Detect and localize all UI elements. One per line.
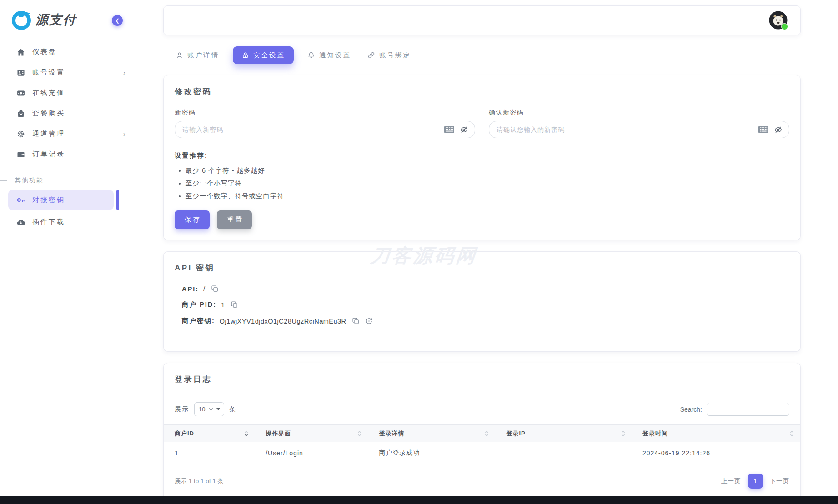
prev-page-button[interactable]: 上一页 (721, 477, 741, 485)
sidebar-item-orders[interactable]: 订单记录 (0, 144, 136, 165)
sidebar-item-account-settings[interactable]: 账号设置 › (0, 62, 136, 83)
api-value: 1 (221, 301, 225, 309)
copy-icon[interactable] (211, 285, 219, 293)
merchant-pid-row: 商户 PID: 1 (182, 300, 789, 309)
account-settings-icon (16, 68, 25, 77)
regenerate-icon[interactable] (365, 317, 373, 325)
api-key-card: API 密钥 API: / 商户 PID: 1 商户密钥: Oj1wjXYV1d… (163, 251, 801, 352)
channel-icon (16, 130, 25, 139)
api-label: 商户 PID: (182, 300, 216, 309)
link-icon (367, 51, 375, 59)
lock-icon (241, 51, 249, 59)
orders-icon (16, 150, 25, 159)
change-password-card: 修改密码 新密码 确认新密码 (163, 75, 801, 240)
tab-account-details[interactable]: 账户详情 (173, 46, 222, 64)
main-content: 账户详情 安全设置 通知设置 账号绑定 修改密码 新密码 (163, 0, 801, 501)
copy-icon[interactable] (352, 317, 360, 325)
tip-item: 至少一个小写字符 (186, 179, 789, 188)
tip-item: 最少 6 个字符 - 越多越好 (186, 166, 789, 175)
logo-text: 源支付 (35, 11, 76, 29)
current-page-button[interactable]: 1 (748, 474, 763, 489)
active-indicator-bar (116, 190, 119, 210)
tab-label: 通知设置 (319, 51, 351, 60)
reset-button[interactable]: 重置 (217, 210, 252, 229)
sidebar-collapse-button[interactable]: ❮ (112, 15, 123, 26)
api-value: / (203, 285, 206, 293)
sort-icons[interactable] (244, 430, 248, 437)
sidebar-item-label: 对接密钥 (32, 196, 65, 205)
api-label: 商户密钥: (182, 317, 215, 325)
eye-off-icon[interactable] (774, 125, 783, 134)
user-icon (176, 51, 183, 59)
copy-icon[interactable] (231, 301, 238, 309)
page-size-value: 10 (198, 406, 205, 413)
api-url-row: API: / (182, 285, 789, 293)
dashboard-icon (16, 48, 25, 57)
search-input[interactable] (707, 403, 789, 416)
sidebar-item-label: 订单记录 (32, 150, 65, 159)
column-header-merchant-id[interactable]: 商户ID (164, 425, 255, 442)
sidebar-section: 其他功能 (0, 176, 136, 185)
field-label: 确认新密码 (489, 109, 789, 117)
sidebar-item-label: 账号设置 (32, 68, 65, 77)
bell-icon (307, 51, 315, 59)
tab-label: 安全设置 (253, 51, 285, 60)
sort-icons[interactable] (621, 430, 625, 437)
cell-time: 2024-06-19 22:14:26 (632, 442, 800, 464)
tip-item: 至少一个数字、符号或空白字符 (186, 192, 789, 200)
online-status-dot (781, 23, 788, 30)
sidebar-item-label: 套餐购买 (32, 109, 65, 118)
sidebar-item-plugin-download[interactable]: 插件下载 (0, 212, 136, 232)
cell-detail: 商户登录成功 (368, 442, 495, 464)
column-header-interface[interactable]: 操作界面 (255, 425, 368, 442)
eye-off-icon[interactable] (460, 125, 468, 134)
column-header-ip[interactable]: 登录IP (495, 425, 632, 442)
dropdown-triangle-icon (216, 408, 220, 410)
save-button[interactable]: 保存 (175, 210, 210, 229)
page-size-select[interactable]: 10 (194, 402, 224, 416)
keyboard-icon[interactable] (758, 126, 768, 133)
next-page-button[interactable]: 下一页 (770, 477, 790, 485)
login-log-table: 商户ID 操作界面 登录详情 (164, 424, 800, 464)
sidebar-item-label: 在线充值 (32, 89, 65, 97)
sidebar-item-channel[interactable]: 通道管理 › (0, 124, 136, 144)
column-header-time[interactable]: 登录时间 (632, 425, 800, 442)
sort-icons[interactable] (357, 430, 361, 437)
keyboard-icon[interactable] (444, 126, 454, 133)
table-controls: 展示 10 条 Search: (164, 393, 800, 424)
new-password-input[interactable] (181, 125, 439, 134)
field-label: 新密码 (175, 109, 475, 117)
new-password-field: 新密码 (175, 109, 475, 138)
sidebar-item-dashboard[interactable]: 仪表盘 (0, 42, 136, 62)
password-tips-list: 最少 6 个字符 - 越多越好 至少一个小写字符 至少一个数字、符号或空白字符 (175, 166, 789, 200)
sidebar-section-label: 其他功能 (15, 176, 44, 185)
cell-path: /User/Login (255, 442, 368, 464)
sidebar-item-package[interactable]: 套餐购买 (0, 103, 136, 124)
avatar[interactable] (769, 11, 788, 30)
unit-label: 条 (229, 405, 236, 414)
sidebar-item-label: 仪表盘 (32, 48, 57, 56)
merchant-secret-row: 商户密钥: Oj1wjXYV1djdxO1jC28UgzRciNamEu3R (182, 317, 789, 325)
sidebar: 源支付 ❮ 仪表盘 账号设置 › 在线充值 套餐购买 (0, 0, 136, 504)
sort-icons[interactable] (485, 430, 489, 437)
plugin-download-icon (16, 218, 25, 227)
pagination: 上一页 1 下一页 (721, 474, 789, 489)
tab-notification-settings[interactable]: 通知设置 (305, 46, 354, 64)
chevron-right-icon: › (123, 130, 125, 138)
card-title: 登录日志 (175, 374, 789, 384)
package-icon (16, 109, 25, 118)
confirm-password-input[interactable] (496, 125, 753, 134)
chevron-right-icon: › (123, 69, 125, 76)
sidebar-item-label: 插件下载 (32, 218, 65, 226)
confirm-password-field: 确认新密码 (489, 109, 789, 138)
tab-account-binding[interactable]: 账号绑定 (365, 46, 414, 64)
tab-security-settings[interactable]: 安全设置 (233, 46, 294, 64)
sidebar-item-recharge[interactable]: 在线充值 (0, 83, 136, 103)
login-log-card: 登录日志 展示 10 条 Search: 商户ID (163, 363, 801, 501)
api-label: API: (182, 285, 199, 293)
cell-ip (495, 442, 632, 464)
pagination-info: 展示 1 to 1 of 1 条 (175, 477, 224, 485)
sort-icons[interactable] (790, 430, 794, 437)
sidebar-item-api-key[interactable]: 对接密钥 (8, 190, 114, 210)
column-header-detail[interactable]: 登录详情 (368, 425, 495, 442)
